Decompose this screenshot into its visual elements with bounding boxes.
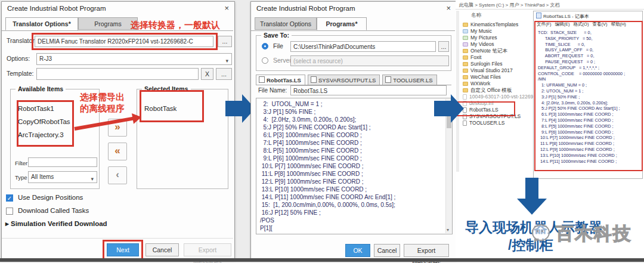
- file-row[interactable]: My Videos: [463, 41, 532, 48]
- save-path-browse-button[interactable]: ...: [438, 41, 449, 52]
- file-row[interactable]: Visual Studio 2017: [463, 67, 532, 74]
- notepad-code-line: DEFAULT_GROUP = 1,*,*,*,* ;: [538, 65, 625, 71]
- options-value: R-J3: [39, 55, 52, 62]
- translator-browse-button[interactable]: ...: [218, 36, 232, 47]
- file-row[interactable]: desktop.ini: [463, 100, 532, 107]
- close-icon[interactable]: ×: [224, 4, 229, 13]
- file-tab-label: SYSVARSOUTPUT.LS: [318, 77, 376, 83]
- download-called-tasks-checkbox[interactable]: [6, 208, 13, 215]
- scrollbar[interactable]: [456, 11, 459, 172]
- options-dropdown[interactable]: R-J3 ▾: [36, 53, 232, 65]
- file-row[interactable]: SYSVARSOUTPUT.LS: [463, 113, 532, 120]
- file-row[interactable]: My Music: [463, 28, 532, 35]
- file-row[interactable]: OneNote 笔记本: [463, 48, 532, 54]
- file-row[interactable]: TOOLUSER.LS: [463, 120, 532, 126]
- selected-item[interactable]: RobotTask: [144, 102, 177, 115]
- file-row[interactable]: Foxit: [463, 54, 532, 61]
- file-name: Sunlogin Files: [470, 61, 502, 67]
- tab-translator-options[interactable]: Translator Options*: [5, 17, 78, 30]
- tab-programs[interactable]: Programs: [78, 17, 138, 30]
- selected-items-title: Selected Items: [142, 85, 191, 92]
- move-all-left-button[interactable]: «: [108, 143, 127, 160]
- close-icon[interactable]: ×: [446, 4, 451, 13]
- file-name: RobotTas.LS: [469, 107, 499, 113]
- file-row[interactable]: KinematicsTemplates: [463, 21, 532, 28]
- tab-translator-options[interactable]: Translator Options: [255, 17, 317, 30]
- simulation-verified-download-expander[interactable]: ▸ Simulation Verified Download: [5, 219, 107, 228]
- file-name: WXWork: [470, 81, 490, 87]
- file-row[interactable]: 10049-63017-100-vst-12269682: [463, 94, 532, 100]
- notepad-menubar: 文件(F)编辑(E)格式(O)查看(V)帮助(H): [537, 21, 630, 27]
- program-code-area[interactable]: 2: UTOOL_NUM = 1 ; 3:J P[1] 50% FINE ; 4…: [256, 98, 453, 234]
- code-line: 8:L P[5] 1000mm/sec FINE COORD ;: [260, 147, 395, 154]
- create-robot-program-dialog-1: Create Industrial Robot Program × Transl…: [1, 1, 235, 260]
- type-dropdown[interactable]: All Items ▾: [28, 171, 97, 183]
- file-row[interactable]: RobotTas.LS: [463, 107, 532, 113]
- file-tab-label: TOOLUSER.LS: [393, 77, 432, 83]
- use-design-positions-label: Use Design Positions: [18, 194, 83, 201]
- file-name: My Pictures: [470, 35, 497, 41]
- template-clear-button[interactable]: X: [201, 68, 213, 80]
- file-tab-label: RobotTas.LS: [267, 77, 301, 83]
- tab-programs[interactable]: Programs*: [317, 17, 367, 30]
- annotation-export-note-line2: 的离线程序: [80, 103, 125, 114]
- translator-input[interactable]: DELMIA Fanuc Translator R2020xFP2104 vst…: [35, 36, 213, 47]
- scroll-down-icon[interactable]: ▾: [447, 227, 449, 233]
- use-design-positions-checkbox[interactable]: ✓: [6, 194, 13, 202]
- notepad-menu-item[interactable]: 编辑(E): [555, 21, 570, 27]
- type-value: All Items: [31, 174, 54, 180]
- file-tab-sysvarsoutput-ls[interactable]: SYSVARSOUTPUT.LS: [308, 75, 380, 85]
- breadcrumb[interactable]: 此电脑 > System (C:) > 用户 > ThinkPad > 文档: [459, 2, 560, 8]
- save-path-input[interactable]: C:\Users\ThinkPad\Documents: [290, 41, 436, 52]
- export-messages-button: Export Messages: [184, 243, 231, 256]
- code-line: P[1][: [260, 224, 395, 232]
- file-row[interactable]: WXWork: [463, 81, 532, 87]
- code-line: 13:L P[10] 1000mm/sec FINE COORD ;: [260, 185, 395, 193]
- file-row[interactable]: Sunlogin Files: [463, 61, 532, 67]
- code-line: 12:L P[9] 1000mm/sec FINE COORD ;: [260, 178, 395, 185]
- code-line: 6:L P[3] 1000mm/sec FINE COORD ;: [260, 131, 395, 139]
- notepad-title-text: RobotTas.LS - 记事本: [543, 14, 589, 19]
- available-item[interactable]: RobotTask1: [18, 102, 70, 115]
- file-row[interactable]: 自定义 Office 模板: [463, 87, 532, 94]
- annotation-export-note-line1: 选择需导出: [80, 91, 125, 103]
- notepad-code-line: 4: [2.0Hz, 3.0mm, 0.200s, 0.200s];: [538, 100, 625, 106]
- file-list: KinematicsTemplatesMy MusicMy PicturesMy…: [463, 21, 532, 126]
- server-radio-label: Server: [273, 57, 292, 64]
- notepad-menu-item[interactable]: 文件(F): [537, 21, 552, 27]
- notepad-code[interactable]: TCD: STACK_SIZE = 0, TASK_PRIORITY = 50,…: [538, 30, 625, 164]
- file-tab-tooluser-ls[interactable]: TOOLUSER.LS: [382, 75, 436, 85]
- cancel-button[interactable]: Cancel: [145, 243, 179, 256]
- template-input[interactable]: [36, 68, 199, 80]
- notepad-menu-item[interactable]: 查看(V): [592, 21, 607, 27]
- file-row[interactable]: My Pictures: [463, 35, 532, 41]
- folder-icon: [463, 75, 468, 79]
- name-column-header[interactable]: 名称: [471, 12, 481, 19]
- file-tab-robottas-ls[interactable]: RobotTas.LS: [256, 75, 305, 85]
- next-button[interactable]: Next: [107, 243, 139, 256]
- move-left-button[interactable]: ‹: [108, 166, 127, 184]
- ok-button[interactable]: OK: [345, 244, 370, 257]
- server-radio[interactable]: [262, 57, 268, 64]
- save-to-title: Save To:: [261, 32, 292, 39]
- bottom-bar: [0, 258, 644, 262]
- notepad-code-line: 9:L P[6] 1000mm/sec FINE COORD ;: [538, 129, 625, 135]
- available-item[interactable]: ArcTrajectory.3: [18, 128, 70, 141]
- notepad-menu-item[interactable]: 帮助(H): [611, 21, 626, 27]
- translator-label: Translator:: [7, 37, 36, 44]
- notepad-menu-item[interactable]: 格式(O): [574, 21, 589, 27]
- export-messages-button[interactable]: Export Messages: [404, 244, 449, 257]
- filter-input[interactable]: [28, 157, 97, 167]
- notepad-code-line: /MN: [538, 76, 625, 82]
- code-line: /POS: [260, 216, 395, 224]
- code-line: 15: [1, 200.0cm/min,0.00%, 0.000%, 0.0ms…: [260, 201, 395, 209]
- notepad-code-line: 14:L P[11] 1000mm/sec FINE COORD ;: [538, 159, 625, 165]
- cancel-button[interactable]: Cancel: [374, 244, 400, 257]
- file-row[interactable]: WeChat Files: [463, 74, 532, 81]
- file-name-input[interactable]: RobotTas.LS: [290, 85, 447, 95]
- file-radio[interactable]: [262, 43, 268, 49]
- divider: [2, 238, 233, 239]
- available-item[interactable]: CopyOfRobotTas: [18, 115, 70, 128]
- template-browse-button[interactable]: ...: [216, 68, 232, 80]
- code-line: 4: [2.0Hz, 3.0mm, 0.200s, 0.200s];: [260, 116, 395, 123]
